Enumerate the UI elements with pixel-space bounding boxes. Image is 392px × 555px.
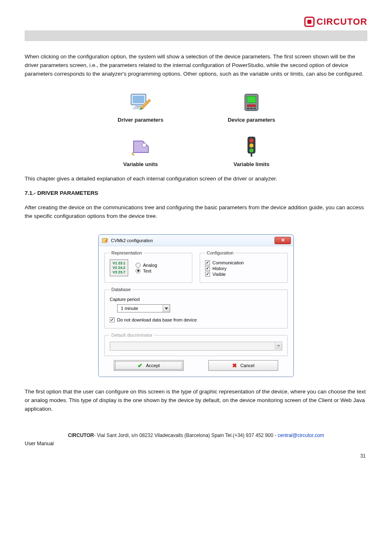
representation-legend: Representation xyxy=(110,250,144,255)
icon-row-2: Variable units Variable limits xyxy=(25,134,367,167)
radio-analog-indicator xyxy=(136,263,141,268)
mini-line-2: V2 24.2 xyxy=(113,266,125,270)
check-no-download-label: Do not download data base from device xyxy=(117,317,197,322)
section-title: DRIVER PARAMETERS xyxy=(37,190,98,196)
dialog-titlebar: CVMk2 configuration ✕ xyxy=(99,235,293,246)
section-number: 7.1.- xyxy=(25,190,36,196)
page-number: 31 xyxy=(25,453,367,459)
radio-analog[interactable]: Analog xyxy=(136,263,157,268)
variable-limits-label: Variable limits xyxy=(214,161,288,167)
check-communication-box xyxy=(205,260,210,265)
monitor-pencil-icon xyxy=(129,92,152,113)
check-history-label: History xyxy=(212,266,226,271)
check-history[interactable]: History xyxy=(205,266,282,271)
mini-line-1: V1 23.1 xyxy=(113,261,125,265)
footer-email: central@circutor.com xyxy=(278,432,324,438)
paragraph-representation: The first option that the user can confi… xyxy=(25,388,367,414)
dropdown-icon xyxy=(163,305,170,312)
accept-label: Accept xyxy=(146,363,160,368)
check-no-download[interactable]: Do not download data base from device xyxy=(110,317,282,322)
check-visible-box xyxy=(205,272,210,277)
close-button[interactable]: ✕ xyxy=(274,237,291,244)
check-history-box xyxy=(205,266,210,271)
paragraph-chapter: This chapter gives a detailed explanatio… xyxy=(25,175,367,183)
capture-period-label: Capture period xyxy=(110,297,282,302)
svg-point-18 xyxy=(249,148,254,153)
check-visible-label: Visible xyxy=(212,272,226,277)
header-bar xyxy=(25,30,367,41)
variable-units-label: Variable units xyxy=(104,161,178,167)
svg-point-14 xyxy=(142,143,146,147)
svg-rect-19 xyxy=(251,153,252,157)
logo-icon xyxy=(304,16,315,27)
driver-parameters-cell: Driver parameters xyxy=(104,89,178,123)
database-group: Database Capture period 1 minute Do not … xyxy=(104,287,288,328)
footer-brand: CIRCUTOR xyxy=(68,432,94,438)
footer-address: - Vial Sant Jordi, s/n 08232 Viladecaval… xyxy=(94,432,277,438)
representation-group: Representation V1 23.1 V2 24.2 V3 23.7 A xyxy=(104,250,192,283)
svg-point-17 xyxy=(249,143,254,148)
svg-rect-13 xyxy=(254,108,256,109)
svg-rect-12 xyxy=(250,108,253,109)
brand-name: CIRCUTOR xyxy=(316,16,367,27)
config-dialog: CVMk2 configuration ✕ Representation V1 … xyxy=(98,234,294,377)
driver-parameters-label: Driver parameters xyxy=(104,117,178,123)
discriminator-legend: Default discriminator xyxy=(110,333,154,338)
check-no-download-box xyxy=(110,317,115,322)
device-parameters-label: Device parameters xyxy=(214,117,288,123)
variable-limits-cell: Variable limits xyxy=(214,134,288,167)
device-parameters-cell: Device parameters xyxy=(214,89,288,123)
user-manual-label: User Manual xyxy=(25,441,367,446)
mini-line-3: V3 23.7 xyxy=(113,270,125,274)
svg-rect-11 xyxy=(247,108,249,109)
mini-preview: V1 23.1 V2 24.2 V3 23.7 xyxy=(110,259,128,276)
accept-button[interactable]: ✔ Accept xyxy=(114,360,184,371)
configuration-group: Configuration Communication History Visi… xyxy=(200,250,288,283)
check-icon: ✔ xyxy=(138,362,143,369)
paragraph-intro: When clicking on the configuration optio… xyxy=(25,53,367,79)
section-heading: 7.1.- DRIVER PARAMETERS xyxy=(25,189,367,198)
discriminator-select xyxy=(110,342,282,351)
capture-period-value: 1 minute xyxy=(118,306,163,311)
dialog-title: CVMk2 configuration xyxy=(111,238,274,243)
icon-row-1: Driver parameters Device parameters xyxy=(25,89,367,123)
check-communication-label: Communication xyxy=(212,260,244,265)
capture-period-select[interactable]: 1 minute xyxy=(117,304,170,312)
database-legend: Database xyxy=(110,287,132,292)
x-icon: ✖ xyxy=(232,362,237,369)
cancel-button[interactable]: ✖ Cancel xyxy=(208,360,278,371)
tag-icon xyxy=(130,138,151,157)
svg-rect-9 xyxy=(247,96,256,103)
svg-rect-4 xyxy=(135,106,142,107)
cancel-label: Cancel xyxy=(240,363,254,368)
svg-point-16 xyxy=(249,139,254,143)
dialog-title-icon xyxy=(102,237,108,244)
paragraph-driver: After creating the device on the communi… xyxy=(25,204,367,221)
configuration-legend: Configuration xyxy=(205,250,235,255)
footer-line: CIRCUTOR- Vial Sant Jordi, s/n 08232 Vil… xyxy=(25,432,367,438)
check-visible[interactable]: Visible xyxy=(205,272,282,277)
check-communication[interactable]: Communication xyxy=(205,260,282,265)
variable-units-cell: Variable units xyxy=(104,134,178,167)
radio-text-indicator xyxy=(136,268,141,273)
radio-analog-label: Analog xyxy=(143,263,157,268)
svg-rect-1 xyxy=(307,20,311,24)
dropdown-disabled-icon xyxy=(275,342,282,349)
brand-logo: CIRCUTOR xyxy=(25,16,367,27)
svg-rect-10 xyxy=(247,104,256,107)
svg-rect-3 xyxy=(133,96,144,103)
radio-text-label: Text xyxy=(143,268,151,273)
device-icon xyxy=(242,92,261,113)
radio-text[interactable]: Text xyxy=(136,268,157,273)
traffic-light-icon xyxy=(245,136,258,157)
discriminator-group: Default discriminator xyxy=(104,333,288,356)
